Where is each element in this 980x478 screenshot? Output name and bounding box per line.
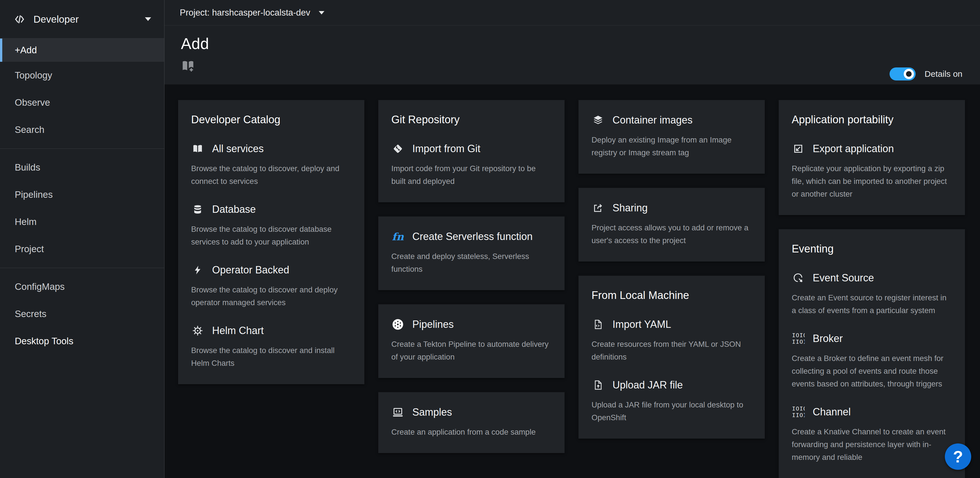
card-container-images: Container imagesDeploy an existing Image… bbox=[579, 100, 765, 174]
add-item-link-container-images[interactable]: Container images bbox=[592, 114, 752, 127]
add-item-label: Sharing bbox=[612, 202, 648, 214]
sidebar-item-desktop-tools[interactable]: Desktop Tools bbox=[0, 327, 164, 355]
sidebar-item-add[interactable]: +Add bbox=[0, 38, 164, 62]
add-item-link-create-serverless-function[interactable]: fnCreate Serverless function bbox=[391, 230, 552, 243]
card-from-local-machine: From Local MachineImport YAMLCreate reso… bbox=[579, 276, 765, 438]
add-item-link-import-from-git[interactable]: Import from Git bbox=[391, 142, 552, 155]
add-item-link-upload-jar-file[interactable]: Upload JAR file bbox=[592, 378, 752, 392]
add-item-sharing: SharingProject access allows you to add … bbox=[592, 202, 752, 247]
sidebar: Developer +AddTopologyObserveSearchBuild… bbox=[0, 0, 164, 478]
add-item-link-export-application[interactable]: Export application bbox=[792, 142, 952, 155]
card-column-3: Container imagesDeploy an existing Image… bbox=[579, 100, 765, 438]
card-eventing: EventingEvent SourceCreate an Event sour… bbox=[779, 229, 965, 478]
sidebar-nav: +AddTopologyObserveSearchBuildsPipelines… bbox=[0, 38, 164, 355]
book-open-icon bbox=[191, 142, 204, 155]
project-bar: Project: harshcasper-localsta-dev bbox=[164, 0, 980, 25]
git-icon bbox=[391, 142, 404, 155]
add-item-label: Import from Git bbox=[412, 143, 480, 155]
svg-text:IIOII: IIOII bbox=[792, 412, 805, 419]
add-item-link-helm-chart[interactable]: Helm Chart bbox=[191, 324, 352, 337]
add-item-link-channel[interactable]: IOIOIIOIIChannel bbox=[792, 405, 952, 419]
channel-icon: IOIOIIOII bbox=[792, 405, 805, 419]
card-title: From Local Machine bbox=[592, 289, 752, 302]
details-switch[interactable] bbox=[889, 67, 916, 81]
card-column-4: Application portabilityExport applicatio… bbox=[779, 100, 965, 478]
add-item-description: Create a Tekton Pipeline to automate del… bbox=[391, 338, 552, 363]
add-item-create-serverless-function: fnCreate Serverless functionCreate and d… bbox=[391, 230, 552, 275]
add-item-label: Pipelines bbox=[412, 319, 454, 330]
sidebar-item-secrets[interactable]: Secrets bbox=[0, 300, 164, 327]
add-item-link-event-source[interactable]: Event Source bbox=[792, 272, 952, 284]
add-item-event-source: Event SourceCreate an Event source to re… bbox=[792, 272, 952, 317]
card-git-repository: Git RepositoryImport from GitImport code… bbox=[378, 100, 565, 202]
add-item-link-sharing[interactable]: Sharing bbox=[592, 202, 752, 214]
card-create-serverless-function: fnCreate Serverless functionCreate and d… bbox=[378, 216, 565, 290]
add-item-label: Helm Chart bbox=[212, 325, 264, 337]
add-item-label: Broker bbox=[813, 333, 843, 345]
sidebar-item-project[interactable]: Project bbox=[0, 235, 164, 263]
card-title: Developer Catalog bbox=[191, 114, 352, 126]
add-item-description: Replicate your application by exporting … bbox=[792, 162, 952, 200]
sidebar-item-observe[interactable]: Observe bbox=[0, 89, 164, 116]
add-item-label: Upload JAR file bbox=[612, 379, 683, 391]
sidebar-item-builds[interactable]: Builds bbox=[0, 154, 164, 181]
project-selector[interactable]: Project: harshcasper-localsta-dev bbox=[180, 8, 325, 18]
broker-icon: IOIOIIOII bbox=[792, 332, 805, 345]
perspective-label: Developer bbox=[33, 14, 79, 25]
add-item-description: Create resources from their YAML or JSON… bbox=[592, 338, 752, 363]
export-icon bbox=[792, 142, 805, 155]
perspective-switcher[interactable]: Developer bbox=[0, 0, 164, 38]
add-item-label: Event Source bbox=[813, 272, 874, 284]
add-item-pipelines: PipelinesCreate a Tekton Pipeline to aut… bbox=[391, 318, 552, 363]
sidebar-divider bbox=[0, 268, 164, 268]
sidebar-item-search[interactable]: Search bbox=[0, 116, 164, 143]
svg-text:IIOII: IIOII bbox=[792, 338, 805, 345]
add-item-label: Import YAML bbox=[612, 319, 671, 330]
add-item-label: Channel bbox=[813, 406, 851, 418]
add-item-export-application: Export applicationReplicate your applica… bbox=[792, 142, 952, 200]
function-icon: fn bbox=[391, 230, 404, 243]
add-item-link-operator-backed[interactable]: Operator Backed bbox=[191, 264, 352, 276]
add-item-label: Create Serverless function bbox=[412, 231, 533, 243]
add-item-link-all-services[interactable]: All services bbox=[191, 142, 352, 155]
sidebar-item-helm[interactable]: Helm bbox=[0, 208, 164, 235]
add-item-label: Operator Backed bbox=[212, 264, 289, 276]
sidebar-divider bbox=[0, 148, 164, 149]
add-item-link-samples[interactable]: Samples bbox=[391, 406, 552, 419]
add-item-description: Create and deploy stateless, Serverless … bbox=[391, 250, 552, 275]
page-header: Add Details on bbox=[164, 25, 980, 84]
add-item-import-yaml: Import YAMLCreate resources from their Y… bbox=[592, 318, 752, 363]
add-item-description: Browse the catalog to discover and insta… bbox=[191, 344, 352, 370]
sidebar-item-pipelines[interactable]: Pipelines bbox=[0, 181, 164, 208]
add-item-description: Create a Knative Channel to create an ev… bbox=[792, 425, 952, 464]
switch-knob bbox=[904, 69, 914, 79]
help-button[interactable]: ? bbox=[945, 443, 971, 470]
book-plus-icon[interactable] bbox=[181, 59, 195, 73]
card-sharing: SharingProject access allows you to add … bbox=[579, 188, 765, 262]
helm-icon bbox=[191, 324, 204, 337]
add-page-content: Developer CatalogAll servicesBrowse the … bbox=[164, 84, 980, 478]
sidebar-item-configmaps[interactable]: ConfigMaps bbox=[0, 273, 164, 300]
svg-text:IOIO: IOIO bbox=[792, 405, 805, 412]
add-item-link-broker[interactable]: IOIOIIOIIBroker bbox=[792, 332, 952, 345]
code-icon bbox=[13, 13, 26, 26]
svg-text:IOIO: IOIO bbox=[792, 332, 805, 338]
add-item-label: All services bbox=[212, 143, 264, 155]
add-item-upload-jar-file: Upload JAR fileUpload a JAR file from yo… bbox=[592, 378, 752, 424]
add-item-description: Upload a JAR file from your local deskto… bbox=[592, 399, 752, 424]
page-title: Add bbox=[181, 35, 963, 53]
database-icon bbox=[191, 203, 204, 216]
add-item-broker: IOIOIIOIIBrokerCreate a Broker to define… bbox=[792, 332, 952, 390]
add-item-label: Database bbox=[212, 203, 256, 215]
add-item-all-services: All servicesBrowse the catalog to discov… bbox=[191, 142, 352, 187]
add-item-link-database[interactable]: Database bbox=[191, 203, 352, 216]
add-item-description: Deploy an existing Image from an Image r… bbox=[592, 133, 752, 159]
add-item-link-pipelines[interactable]: Pipelines bbox=[391, 318, 552, 331]
layers-icon bbox=[592, 114, 605, 127]
card-columns: Developer CatalogAll servicesBrowse the … bbox=[178, 100, 967, 478]
add-item-link-import-yaml[interactable]: Import YAML bbox=[592, 318, 752, 331]
card-column-1: Developer CatalogAll servicesBrowse the … bbox=[178, 100, 364, 384]
pipelines-icon bbox=[391, 318, 404, 331]
project-selector-label: Project: harshcasper-localsta-dev bbox=[180, 8, 310, 18]
sidebar-item-topology[interactable]: Topology bbox=[0, 62, 164, 89]
